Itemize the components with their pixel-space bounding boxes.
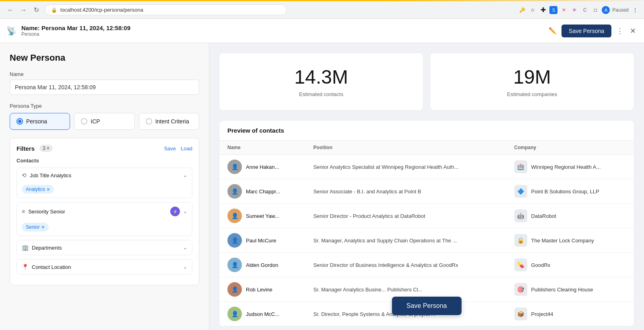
url-text: localhost:4200/icp-persona/persona (60, 7, 143, 13)
header-subtitle: Persona (21, 31, 544, 37)
company-name: Project44 (531, 311, 553, 317)
persona-type-intent-label: Intent Criteria (155, 118, 189, 125)
contact-name: Paul McCure (246, 238, 276, 244)
contact-name: Anne Hakan... (246, 164, 279, 170)
more-options-button[interactable]: ⋮ (615, 25, 625, 37)
browser-ext-star[interactable]: ☆ (528, 6, 537, 14)
persona-type-icp[interactable]: ICP (74, 113, 134, 130)
company-name: Winnipeg Regional Health A... (531, 164, 601, 170)
company-logo: 🎯 (514, 283, 527, 296)
preview-title: Preview of contacts (227, 127, 284, 134)
browser-ext-5[interactable]: ✳ (570, 6, 578, 14)
header-title: Name: Persona Mar 11, 2024, 12:58:09 (21, 25, 544, 31)
contact-location-icon: 📍 (22, 264, 29, 270)
radio-persona (17, 118, 23, 125)
browser-ext-8[interactable]: A (602, 6, 610, 14)
contact-position: Sr. Manager, Analytics and Supply Chain … (305, 228, 506, 253)
browser-paused: Paused (612, 7, 629, 13)
browser-ext-1[interactable]: 🔑 (518, 6, 526, 14)
seniority-chevron: ⌄ (183, 209, 187, 214)
stat-companies-label: Estimated companies (440, 91, 624, 97)
browser-ext-3[interactable]: S (549, 6, 557, 14)
browser-ext-4[interactable]: ✕ (560, 6, 568, 14)
lock-icon: 🔒 (51, 7, 57, 13)
job-title-icon: ⟲ (22, 172, 27, 178)
company-name: The Master Lock Company (531, 238, 594, 244)
company-logo: 🏥 (514, 160, 527, 173)
departments-label: Departments (32, 245, 62, 251)
ai-icon: ⚡ (173, 209, 178, 214)
company-name: DataRobot (531, 213, 556, 219)
new-persona-title: New Persona (10, 53, 199, 63)
col-name: Name (219, 141, 305, 155)
app-header: 📡 Name: Persona Mar 11, 2024, 12:58:09 P… (0, 19, 644, 43)
name-input[interactable] (10, 80, 199, 95)
persona-type-persona[interactable]: Persona (10, 113, 70, 130)
persona-type-persona-label: Persona (26, 118, 47, 125)
back-button[interactable]: ← (5, 4, 16, 16)
filter-job-title-header[interactable]: ⟲ Job Title Analytics ⌄ (17, 168, 192, 182)
browser-ext-2[interactable]: ✚ (539, 6, 547, 14)
contact-name: Rob Levine (246, 287, 272, 293)
avatar: 👤 (227, 258, 242, 272)
contact-location-label: Contact Location (32, 264, 71, 270)
filter-seniority: ≡ Seniority Senior ⚡ ⌄ Senior × (17, 202, 192, 236)
contact-location-chevron: ⌄ (183, 264, 187, 270)
analytics-tag-remove[interactable]: × (47, 186, 50, 193)
preview-section: Preview of contacts Name Position Compan… (219, 120, 634, 327)
contact-name: Alden Gordon (246, 262, 278, 268)
avatar: 👤 (227, 184, 242, 199)
avatar: 👤 (227, 209, 242, 223)
persona-type-label: Persona Type (10, 103, 199, 109)
edit-icon[interactable]: ✏️ (549, 27, 557, 35)
persona-type-intent[interactable]: Intent Criteria (139, 113, 199, 130)
stats-row: 14.3M Estimated contacts 19M Estimated c… (219, 53, 634, 111)
filters-save-button[interactable]: Save (164, 146, 176, 152)
filter-departments: 🏢 Departments ⌄ (17, 240, 192, 255)
senior-tag-remove[interactable]: × (41, 224, 45, 230)
radio-icp (81, 118, 87, 125)
table-row: 👤 Sumeet Yaw... Senior Director - Produc… (219, 204, 634, 228)
table-row: 👤 Marc Chappr... Senior Associate - B.I.… (219, 179, 634, 204)
filter-contact-location-header[interactable]: 📍 Contact Location ⌄ (17, 260, 192, 274)
browser-menu[interactable]: ⋮ (631, 6, 639, 14)
contact-name: Judson McC... (246, 311, 279, 317)
filter-departments-header[interactable]: 🏢 Departments ⌄ (17, 240, 192, 255)
seniority-label: Seniority Senior (28, 209, 65, 215)
contact-name: Marc Chappr... (246, 189, 280, 195)
company-logo: 🔒 (514, 234, 527, 247)
contact-name: Sumeet Yaw... (246, 213, 279, 219)
forward-button[interactable]: → (18, 4, 29, 16)
browser-chrome: ← → ↻ 🔒 localhost:4200/icp-persona/perso… (0, 1, 644, 19)
address-bar[interactable]: 🔒 localhost:4200/icp-persona/persona (45, 4, 287, 15)
avatar: 👤 (227, 233, 242, 248)
contact-position: Senior Director - Product Analytics at D… (305, 204, 506, 228)
browser-ext-7[interactable]: □ (591, 6, 599, 14)
senior-tag[interactable]: Senior × (22, 223, 49, 232)
radio-intent (146, 118, 152, 125)
close-button[interactable]: ✕ (628, 25, 638, 37)
company-logo: 📦 (514, 307, 527, 320)
name-field-label: Name (10, 71, 199, 77)
filter-seniority-header[interactable]: ≡ Seniority Senior ⚡ ⌄ (17, 203, 192, 220)
col-company: Company (506, 141, 634, 155)
reload-button[interactable]: ↻ (31, 4, 42, 16)
persona-type-icp-label: ICP (91, 118, 100, 125)
save-persona-header-button[interactable]: Save Persona (561, 25, 611, 37)
filters-load-button[interactable]: Load (181, 146, 192, 152)
filter-job-title: ⟲ Job Title Analytics ⌄ Analytics × (17, 168, 192, 198)
browser-ext-6[interactable]: C (581, 6, 589, 14)
save-persona-floating-button[interactable]: Save Persona (392, 297, 462, 315)
seniority-icon: ≡ (22, 208, 25, 215)
avatar: 👤 (227, 160, 242, 174)
right-panel: 14.3M Estimated contacts 19M Estimated c… (209, 43, 644, 330)
analytics-tag[interactable]: Analytics × (22, 185, 54, 194)
contacts-section-label: Contacts (17, 158, 192, 164)
company-logo: 🔷 (514, 185, 527, 198)
filters-section: Filters 3 × Save Load Contacts ⟲ Job Tit… (10, 138, 199, 285)
contact-position: Senior Director of Business Intelligence… (305, 253, 506, 277)
job-title-label: Job Title Analytics (30, 172, 71, 178)
departments-chevron: ⌄ (183, 245, 187, 250)
ai-seniority-button[interactable]: ⚡ (170, 207, 180, 216)
left-panel: New Persona Name Persona Type Persona IC… (0, 43, 209, 330)
